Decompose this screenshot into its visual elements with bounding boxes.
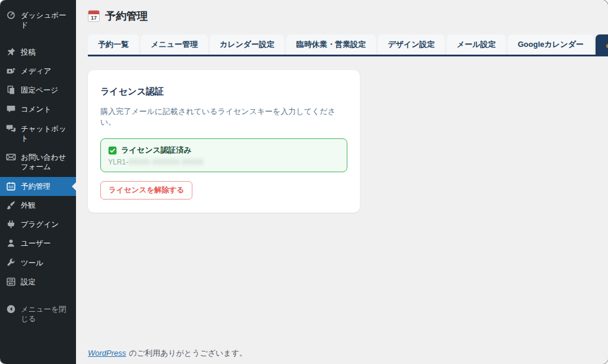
tab-label: デザイン設定 (388, 39, 435, 50)
license-card-description: 購入完了メールに記載されているライセンスキーを入力してください。 (100, 106, 347, 128)
license-status-label: ライセンス認証済み (121, 145, 192, 156)
sidebar-item[interactable]: 外観 (0, 196, 76, 215)
calendar-icon (6, 181, 16, 191)
tab-label: カレンダー設定 (220, 39, 274, 50)
tab-label: 臨時休業・営業設定 (296, 39, 366, 50)
sidebar-item[interactable]: 固定ページ (0, 81, 76, 100)
sidebar-item[interactable]: チャットボット (0, 119, 76, 148)
collapse-icon (6, 304, 16, 314)
brush-icon (6, 200, 16, 210)
tab[interactable]: 予約一覧 (88, 34, 139, 55)
footer-thanks: WordPress のご利用ありがとうございます。 (88, 348, 247, 359)
check-icon (108, 146, 117, 155)
sidebar-item-label: 投稿 (21, 48, 36, 57)
tab[interactable]: ライセンス (596, 34, 608, 55)
license-status-box: ライセンス認証済み YLR1-XXXX-XXXXX-XXXX (100, 138, 347, 172)
sidebar-item-label: 固定ページ (21, 86, 58, 95)
sidebar-item[interactable]: 予約管理 (0, 177, 76, 196)
media-icon (6, 66, 16, 76)
key-icon (606, 40, 608, 49)
sidebar-menu: ダッシュボード投稿メディア固定ページコメントチャットボットお問い合わせフォーム予… (0, 6, 76, 292)
page-header: 17 予約管理 (88, 9, 608, 23)
footer-message: のご利用ありがとうございます。 (129, 348, 247, 359)
user-icon (6, 238, 16, 248)
sidebar-item-label: ツール (21, 258, 43, 268)
pages-icon (6, 85, 16, 95)
sidebar-item-label: 外観 (21, 201, 36, 210)
sidebar-item-label: お問い合わせフォーム (21, 153, 71, 172)
license-card: ライセンス認証 購入完了メールに記載されているライセンスキーを入力してください。… (88, 70, 360, 213)
license-key: YLR1-XXXX-XXXXX-XXXX (108, 158, 340, 166)
license-card-heading: ライセンス認証 (100, 86, 347, 97)
main-content: 17 予約管理 予約一覧メニュー管理カレンダー設定臨時休業・営業設定デザイン設定… (76, 0, 608, 364)
tab[interactable]: Googleカレンダー (508, 34, 594, 55)
license-status-line: ライセンス認証済み (108, 145, 340, 156)
collapse-menu-button[interactable]: メニューを閉じる (0, 300, 76, 329)
tab[interactable]: カレンダー設定 (210, 34, 284, 55)
tab[interactable]: メニュー管理 (141, 34, 208, 55)
deactivate-license-button[interactable]: ライセンスを解除する (100, 181, 192, 200)
sidebar-item-label: 設定 (21, 277, 36, 287)
tab-label: 予約一覧 (98, 39, 129, 50)
dashboard-icon (6, 10, 16, 20)
sidebar-item[interactable]: 投稿 (0, 43, 76, 62)
comment-icon (6, 104, 16, 114)
sidebar-collapse-section: メニューを閉じる (0, 300, 76, 329)
tab[interactable]: デザイン設定 (378, 34, 445, 55)
collapse-menu-label: メニューを閉じる (21, 305, 71, 324)
wordpress-admin-window: ダッシュボード投稿メディア固定ページコメントチャットボットお問い合わせフォーム予… (0, 0, 608, 364)
mail-icon (6, 152, 16, 162)
sidebar-item[interactable]: 設定 (0, 273, 76, 292)
wrench-icon (6, 258, 16, 268)
sidebar-item-label: チャットボット (21, 124, 71, 144)
pushpin-icon (6, 47, 16, 57)
settings-icon (6, 277, 16, 287)
tab-label: メール設定 (457, 39, 496, 50)
sidebar-item-label: 予約管理 (21, 182, 50, 191)
sidebar-item[interactable]: お問い合わせフォーム (0, 148, 76, 177)
tab-label: Googleカレンダー (518, 39, 584, 50)
license-key-prefix: YLR1- (108, 158, 128, 166)
sidebar-item-label: ユーザー (21, 239, 51, 248)
sidebar-item-label: ダッシュボード (21, 11, 71, 30)
sidebar-item[interactable]: ツール (0, 254, 76, 273)
admin-footer: WordPress のご利用ありがとうございます。 バージョン 6.9.4 (88, 348, 608, 359)
current-item-arrow (68, 182, 76, 191)
admin-sidebar: ダッシュボード投稿メディア固定ページコメントチャットボットお問い合わせフォーム予… (0, 0, 76, 364)
plugin-icon (6, 219, 16, 229)
tab[interactable]: 臨時休業・営業設定 (286, 34, 376, 55)
page-title: 予約管理 (105, 9, 148, 23)
sidebar-item[interactable]: コメント (0, 100, 76, 119)
wordpress-link[interactable]: WordPress (88, 349, 126, 357)
sidebar-item-label: メディア (21, 67, 51, 76)
sidebar-item[interactable]: プラグイン (0, 215, 76, 234)
sidebar-item-label: プラグイン (21, 220, 59, 229)
sidebar-item-label: コメント (21, 105, 51, 114)
sidebar-item[interactable]: ダッシュボード (0, 6, 76, 35)
license-key-redacted: XXXX-XXXXX-XXXX (128, 158, 204, 166)
tab-bar: 予約一覧メニュー管理カレンダー設定臨時休業・営業設定デザイン設定メール設定Goo… (88, 34, 608, 56)
sidebar-item[interactable]: ユーザー (0, 234, 76, 253)
tab-label: メニュー管理 (151, 39, 198, 50)
calendar-emoji-icon: 17 (88, 10, 100, 22)
sidebar-item[interactable]: メディア (0, 62, 76, 81)
chat-icon (6, 124, 16, 134)
calendar-emoji-day: 17 (88, 14, 99, 21)
tab[interactable]: メール設定 (446, 34, 506, 55)
